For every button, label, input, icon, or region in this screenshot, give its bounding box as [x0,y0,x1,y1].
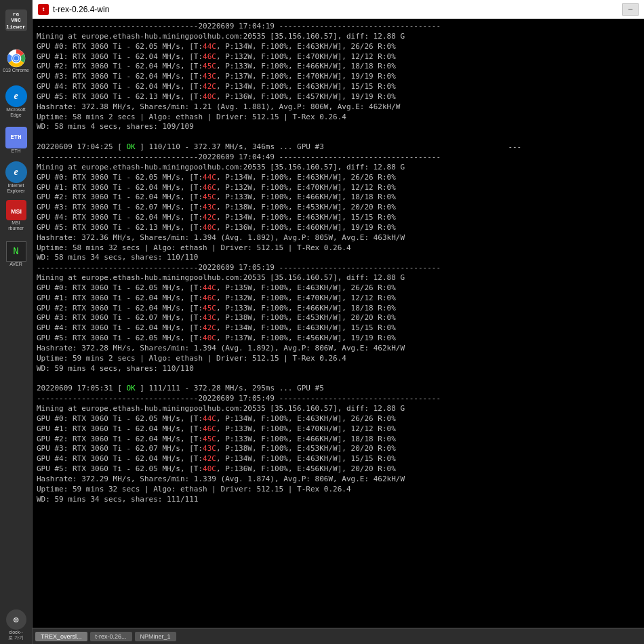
bottom-taskbar: TREX_oversl... t-rex-0.26... NPMiner_1 [33,628,644,644]
bottom-tab-trex-oversl[interactable]: TREX_oversl... [35,632,87,641]
sidebar-item-edge[interactable]: e MicrosoftEdge [1,84,31,119]
chrome-icon [7,49,26,68]
msi-label: MSIrburner [8,220,24,230]
ie-label: InternetExplorer [7,183,24,193]
sidebar-item-vnc[interactable]: raVNCliewer [1,3,31,38]
sidebar-item-msi[interactable]: MSI MSIrburner [1,198,31,233]
sidebar-item-aver[interactable]: N AVER [1,236,31,271]
svg-point-3 [14,56,18,61]
svg-text:MSI: MSI [10,208,21,215]
clock-label: clock--로 가기 [8,630,24,640]
aver-label: AVER [9,262,22,266]
chrome-label: 013 Chrome [3,68,29,73]
window-title: t-rex-0.26.4-win [53,5,622,14]
msi-icon: MSI [6,200,26,220]
minimize-button[interactable]: — [622,3,639,16]
sidebar-item-chrome[interactable]: 013 Chrome [1,41,31,81]
edge-icon: e [5,85,27,107]
edge-label: MicrosoftEdge [6,107,25,117]
aver-icon: N [6,241,26,262]
sidebar-item-clock[interactable]: ⊕ clock--로 가기 [1,607,31,643]
clock-icon: ⊕ [6,609,26,630]
app-icon: t [38,4,49,15]
bottom-tab-trex[interactable]: t-rex-0.26... [90,632,132,641]
window-controls: — [622,3,639,16]
ie-icon: e [5,161,27,183]
terminal-output[interactable]: ------------------------------------2022… [33,19,644,628]
titlebar: t t-rex-0.26.4-win — [33,0,644,19]
sidebar-item-eth[interactable]: ETH ETH [1,122,31,157]
terminal-content: ------------------------------------2022… [37,22,640,505]
taskbar: raVNCliewer 013 Chrome e [0,0,33,644]
sidebar-item-ie[interactable]: e InternetExplorer [1,160,31,195]
eth-icon: ETH [5,127,27,148]
main-window: t t-rex-0.26.4-win — -------------------… [33,0,644,644]
eth-label: ETH [12,148,21,153]
bottom-tab-npminer[interactable]: NPMiner_1 [135,632,176,641]
vnc-icon: raVNCliewer [5,9,27,31]
